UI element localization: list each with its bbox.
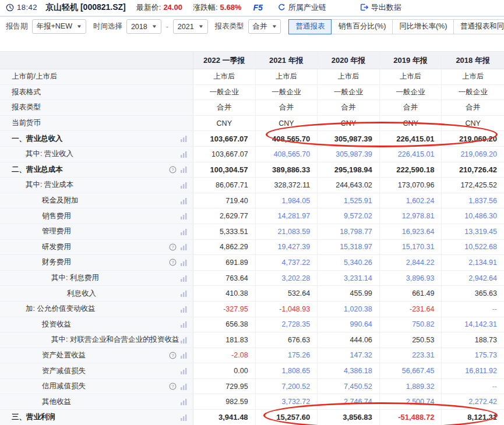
- value-cell[interactable]: 3,231.14: [318, 271, 380, 286]
- value-cell[interactable]: 1,020.38: [318, 302, 380, 317]
- chart-icon[interactable]: [180, 321, 188, 328]
- value-cell[interactable]: 219,069.20: [442, 147, 504, 162]
- value-cell: 244,643.02: [318, 178, 380, 193]
- chart-icon[interactable]: [180, 243, 188, 250]
- value-cell[interactable]: 1,525.91: [318, 193, 380, 208]
- chart-icon[interactable]: [180, 275, 188, 282]
- chart-icon[interactable]: [180, 367, 188, 374]
- value-cell[interactable]: 14,281.97: [256, 208, 318, 224]
- value-cell[interactable]: 15,170.31: [380, 240, 442, 255]
- f5-refresh-button[interactable]: F5: [253, 3, 262, 12]
- chart-icon[interactable]: [180, 383, 188, 390]
- value-cell[interactable]: 2,272.42: [442, 394, 504, 409]
- value-cell[interactable]: 147.32: [318, 348, 380, 363]
- value-cell[interactable]: --: [442, 379, 504, 394]
- value-cell[interactable]: 4,737.22: [256, 255, 318, 270]
- chart-icon[interactable]: [180, 398, 188, 405]
- value-cell[interactable]: 175.26: [256, 348, 318, 363]
- report-period-select[interactable]: 年报+NEW ▼: [32, 19, 86, 34]
- value-cell[interactable]: 1,808.65: [256, 363, 318, 378]
- chart-icon[interactable]: [180, 135, 188, 142]
- value-cell[interactable]: 226,415.01: [380, 147, 442, 162]
- value-cell[interactable]: 15,318.97: [318, 240, 380, 255]
- latest-price-label: 最新价:: [136, 2, 161, 13]
- value-cell[interactable]: 18,798.77: [318, 224, 380, 239]
- year-from-select[interactable]: 2018 ▼: [126, 19, 161, 34]
- value-cell[interactable]: --: [442, 302, 504, 317]
- help-icon[interactable]: ?: [169, 166, 177, 173]
- value-cell[interactable]: -1,048.93: [256, 302, 318, 317]
- chart-icon[interactable]: [180, 352, 188, 359]
- value-cell[interactable]: 223.31: [380, 348, 442, 363]
- view-button[interactable]: 销售百分比(%): [331, 19, 393, 34]
- help-icon[interactable]: ?: [169, 258, 177, 266]
- value-cell: 455.99: [318, 286, 380, 301]
- value-cell[interactable]: 3,732.72: [256, 394, 318, 409]
- value-cell[interactable]: 16,811.92: [442, 363, 504, 378]
- value-cell[interactable]: 408,565.70: [256, 147, 318, 162]
- value-cell: 上市后: [193, 69, 256, 84]
- value-cell[interactable]: 12,978.81: [380, 208, 442, 224]
- value-cell[interactable]: 21,083.59: [256, 224, 318, 239]
- value-cell[interactable]: 19,427.39: [256, 240, 318, 255]
- view-button[interactable]: 普通报表: [288, 19, 332, 34]
- value-cell[interactable]: 305,987.39: [318, 147, 380, 162]
- chart-icon[interactable]: [180, 414, 188, 421]
- value-cell[interactable]: 2,746.74: [318, 394, 380, 409]
- value-cell[interactable]: 2,134.91: [442, 255, 504, 270]
- value-cell[interactable]: 2,728.35: [256, 317, 318, 332]
- view-button[interactable]: 普通报表和同比(%): [453, 19, 504, 34]
- value-cell[interactable]: 2,500.74: [380, 394, 442, 409]
- value-cell[interactable]: 1,602.24: [380, 193, 442, 208]
- help-icon[interactable]: ?: [169, 352, 177, 359]
- value-cell[interactable]: 750.82: [380, 317, 442, 332]
- value-cell[interactable]: 3,202.28: [256, 271, 318, 286]
- value-cell: 305,987.39: [318, 131, 380, 146]
- chart-icon[interactable]: [180, 166, 188, 173]
- value-cell[interactable]: 2,844.22: [380, 255, 442, 270]
- value-cell[interactable]: 10,522.68: [442, 240, 504, 255]
- chart-icon[interactable]: [180, 151, 188, 158]
- value-cell[interactable]: -231.64: [380, 302, 442, 317]
- value-cell[interactable]: 7,450.52: [318, 379, 380, 394]
- value-cell[interactable]: 5,340.26: [318, 255, 380, 270]
- chart-icon[interactable]: [180, 306, 188, 313]
- chart-icon[interactable]: [180, 259, 188, 266]
- chart-icon[interactable]: [180, 182, 188, 189]
- value-cell[interactable]: 56,667.45: [380, 363, 442, 378]
- value-cell[interactable]: 13,319.45: [442, 224, 504, 239]
- value-cell[interactable]: 175.73: [442, 348, 504, 363]
- report-type-select[interactable]: 合并 ▼: [248, 19, 281, 34]
- help-icon[interactable]: ?: [169, 243, 177, 251]
- value-cell[interactable]: 990.64: [318, 317, 380, 332]
- value-cell[interactable]: 4,386.18: [318, 363, 380, 378]
- value-cell[interactable]: 14,142.31: [442, 317, 504, 332]
- value-cell: 合并: [380, 100, 442, 115]
- value-cell: 719.40: [193, 193, 256, 208]
- value-cell[interactable]: 16,923.64: [380, 224, 442, 239]
- help-icon[interactable]: ?: [169, 382, 177, 390]
- value-cell[interactable]: 1,837.56: [442, 193, 504, 208]
- value-cell[interactable]: 2,942.64: [442, 271, 504, 286]
- value-cell[interactable]: 10,486.30: [442, 208, 504, 224]
- row-label: 加: 公允价值变动收益: [0, 304, 95, 314]
- chart-icon[interactable]: [180, 212, 188, 219]
- chart-icon[interactable]: [180, 337, 188, 343]
- value-cell: 691.89: [193, 255, 256, 270]
- year-to-select[interactable]: 2021 ▼: [173, 19, 208, 34]
- industry-chain-button[interactable]: 所属产业链: [278, 2, 326, 13]
- view-button[interactable]: 同比增长率(%): [392, 19, 454, 34]
- value-cell[interactable]: 1,889.32: [380, 379, 442, 394]
- view-buttons: 普通报表销售百分比(%)同比增长率(%)普通报表和同比(%): [289, 19, 504, 34]
- value-cell[interactable]: 1,984.05: [256, 193, 318, 208]
- value-cell[interactable]: 9,572.02: [318, 208, 380, 224]
- chart-icon[interactable]: [180, 197, 188, 204]
- value-cell[interactable]: 3,896.93: [380, 271, 442, 286]
- export-data-button[interactable]: 导出数据: [360, 2, 401, 13]
- value-cell[interactable]: 7,200.52: [256, 379, 318, 394]
- chart-icon[interactable]: [180, 228, 188, 235]
- column-header: 2020 年报: [318, 52, 380, 69]
- chart-icon[interactable]: [180, 290, 188, 297]
- row-label: 报表格式: [0, 87, 41, 97]
- clock-icon: [6, 3, 14, 12]
